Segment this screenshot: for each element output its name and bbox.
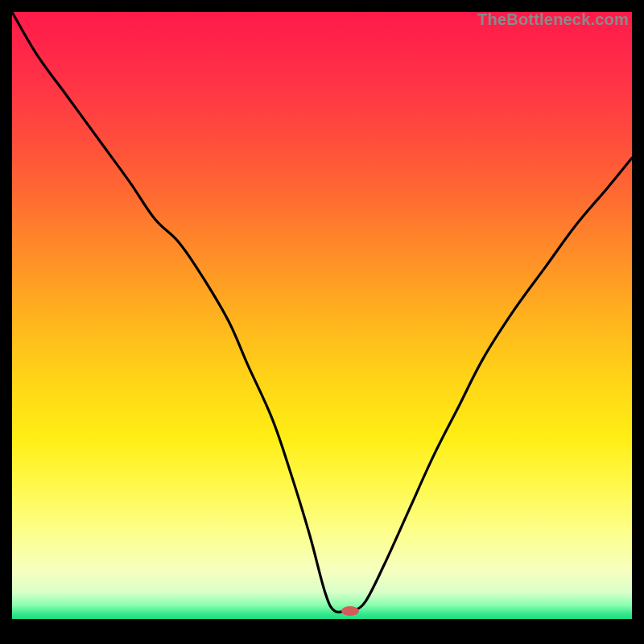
watermark-label: TheBottleneck.com: [477, 10, 629, 29]
chart-frame: TheBottleneck.com: [12, 12, 632, 632]
bottleneck-chart: [12, 12, 632, 632]
gradient-background: [12, 12, 632, 620]
optimum-marker: [341, 606, 359, 616]
